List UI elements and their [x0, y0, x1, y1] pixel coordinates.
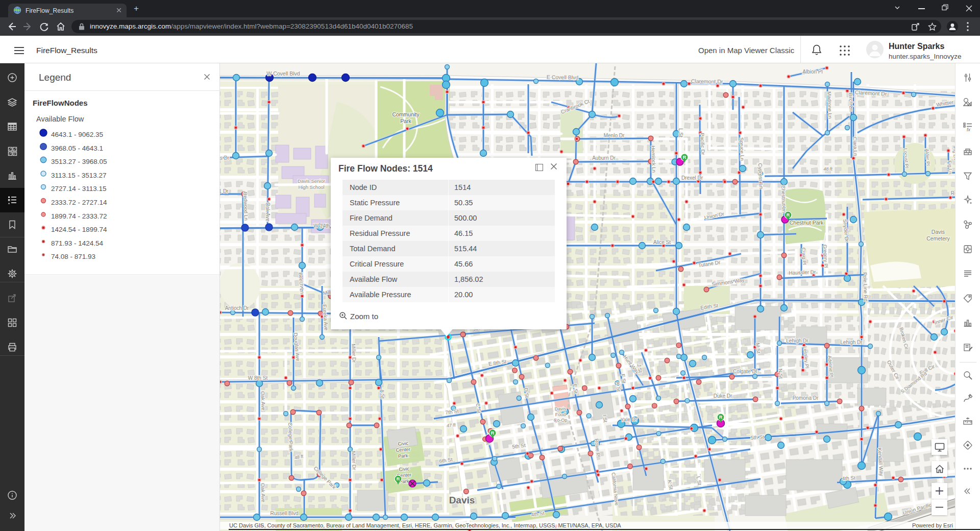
svg-text:Davis: Davis [932, 229, 945, 235]
svg-text:Davis: Davis [449, 495, 475, 505]
svg-text:Pacific Dr: Pacific Dr [699, 133, 706, 155]
svg-text:Madrone Ln: Madrone Ln [826, 91, 833, 119]
svg-text:High School: High School [298, 184, 324, 190]
svg-text:Fig Ln: Fig Ln [947, 160, 953, 174]
svg-text:Auburn Dr: Auburn Dr [592, 155, 616, 161]
svg-text:Lehigh Dr: Lehigh Dr [786, 338, 808, 344]
svg-text:R: R [719, 415, 723, 420]
svg-text:R: R [787, 212, 790, 218]
svg-text:Civic: Civic [398, 440, 409, 446]
svg-text:4th St: 4th St [842, 475, 855, 481]
svg-text:Pomona Dr: Pomona Dr [793, 395, 819, 401]
svg-text:A St: A St [379, 389, 386, 399]
svg-text:College Park: College Park [287, 422, 294, 452]
svg-text:Co-Op: Co-Op [554, 418, 568, 423]
svg-text:Hemlock Ln: Hemlock Ln [650, 146, 657, 173]
svg-text:Haussler Dr: Haussler Dr [789, 269, 816, 276]
svg-text:W Covell Blvd: W Covell Blvd [266, 70, 300, 77]
svg-text:Antioch Dr: Antioch Dr [225, 305, 249, 311]
svg-text:Community: Community [392, 111, 420, 117]
svg-text:Drexel Dr: Drexel Dr [681, 175, 703, 181]
svg-text:Yale Dr: Yale Dr [620, 416, 638, 422]
svg-text:1 Dr: 1 Dr [220, 188, 229, 194]
svg-text:Alder Pl: Alder Pl [924, 149, 931, 166]
svg-text:W 8th St: W 8th St [248, 375, 268, 381]
svg-text:Pole Line Rd: Pole Line Rd [862, 272, 869, 302]
svg-text:K St: K St [615, 382, 622, 392]
svg-text:Cemetery: Cemetery [926, 235, 950, 242]
svg-text:Oak Ave: Oak Ave [260, 391, 266, 411]
svg-text:Park: Park [398, 452, 409, 458]
svg-text:Davis Senior: Davis Senior [298, 178, 325, 184]
svg-text:5th St: 5th St [750, 434, 764, 441]
svg-text:Oak Ave: Oak Ave [260, 483, 266, 502]
svg-text:Duke Dr: Duke Dr [714, 393, 732, 399]
svg-text:Spruce Ln: Spruce Ln [739, 137, 745, 161]
svg-text:M St: M St [755, 343, 762, 354]
svg-text:Chestnut Park: Chestnut Park [790, 220, 824, 226]
svg-text:Albion Pl: Albion Pl [802, 69, 822, 75]
svg-text:Claremont Dr: Claremont Dr [691, 78, 723, 84]
svg-text:Reg: Reg [951, 190, 955, 196]
svg-text:L St: L St [678, 128, 683, 137]
svg-text:Alice St: Alice St [653, 239, 671, 245]
svg-text:Miller Dr: Miller Dr [351, 451, 357, 470]
svg-text:Food: Food [555, 412, 566, 417]
svg-text:Craig Pl: Craig Pl [801, 248, 807, 265]
svg-text:fx: fx [967, 127, 971, 132]
svg-text:Redwood Ln: Redwood Ln [242, 192, 249, 221]
svg-text:48 ft: 48 ft [823, 166, 832, 172]
svg-text:Center: Center [396, 446, 410, 453]
svg-text:N St: N St [777, 369, 784, 379]
svg-text:47 ft: 47 ft [446, 422, 456, 428]
svg-text:Lehigh Dr: Lehigh Dr [840, 340, 863, 345]
svg-text:R: R [491, 430, 495, 436]
svg-text:Civic: Civic [399, 466, 410, 472]
svg-text:Colgate Dr: Colgate Dr [733, 369, 757, 374]
svg-text:Birch Ln: Birch Ln [848, 92, 854, 111]
svg-text:Clara Ln: Clara Ln [852, 137, 858, 156]
svg-text:R: R [683, 155, 687, 160]
svg-text:Chestnut Ln: Chestnut Ln [780, 185, 787, 213]
svg-text:I St: I St [602, 414, 608, 422]
svg-text:W 14th: W 14th [313, 223, 330, 229]
svg-text:Menlo Dr: Menlo Dr [604, 133, 625, 138]
svg-text:E Covell Blvd: E Covell Blvd [547, 74, 579, 80]
svg-text:Davis: Davis [555, 406, 567, 412]
svg-text:s Dr: s Dr [220, 155, 230, 161]
svg-text:Miller Dr: Miller Dr [351, 344, 357, 363]
svg-text:Oak Ave: Oak Ave [265, 202, 271, 222]
svg-text:Park: Park [400, 118, 411, 124]
svg-text:R: R [397, 476, 400, 481]
svg-text:Russell Blvd: Russell Blvd [270, 511, 298, 516]
